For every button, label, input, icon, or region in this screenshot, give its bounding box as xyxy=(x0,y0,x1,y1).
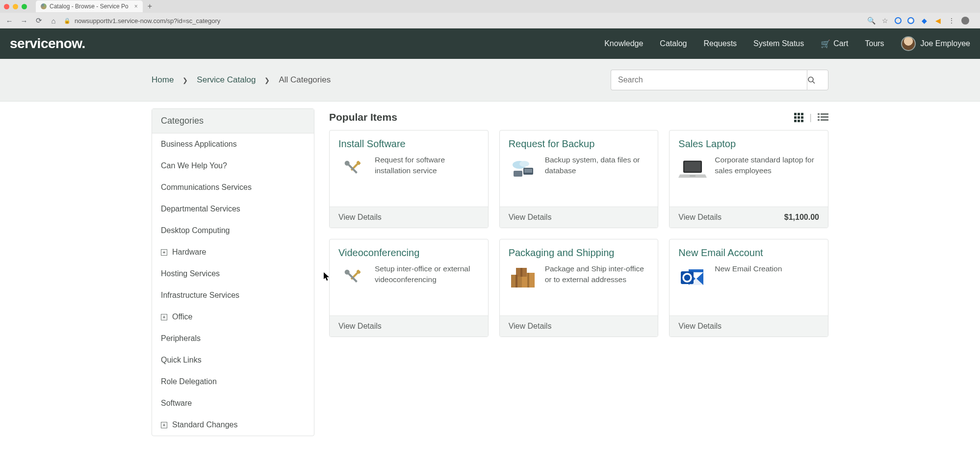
card-price: $1,100.00 xyxy=(784,213,819,222)
svg-rect-24 xyxy=(524,169,532,173)
address-bar[interactable]: 🔒 nowsupporttv1.service-now.com/sp?id=sc… xyxy=(64,17,220,25)
nav-tours[interactable]: Tours xyxy=(865,39,884,48)
logo[interactable]: servicenow. xyxy=(10,36,85,52)
minimize-window-icon[interactable] xyxy=(13,4,18,9)
profile-icon[interactable] xyxy=(961,17,969,25)
svg-rect-39 xyxy=(527,273,529,287)
category-item[interactable]: Software xyxy=(152,392,314,414)
card-footer[interactable]: View Details xyxy=(670,315,828,337)
lock-icon: 🔒 xyxy=(64,18,71,24)
extension-3-icon[interactable]: ◆ xyxy=(920,17,928,25)
forward-button[interactable]: → xyxy=(20,17,28,25)
nav-system-status[interactable]: System Status xyxy=(753,39,804,48)
card-title[interactable]: Install Software xyxy=(338,138,479,150)
extension-2-icon[interactable] xyxy=(907,17,914,24)
window-controls[interactable] xyxy=(4,4,27,9)
expand-icon[interactable]: + xyxy=(161,422,167,428)
category-item[interactable]: Hosting Services xyxy=(152,263,314,285)
category-label: Infrastructure Services xyxy=(161,291,239,300)
cards-grid: Install SoftwareRequest for software ins… xyxy=(329,130,828,337)
category-label: Hardware xyxy=(172,248,206,257)
category-item[interactable]: +Office xyxy=(152,306,314,328)
category-item[interactable]: Business Applications xyxy=(152,133,314,155)
category-item[interactable]: Peripherals xyxy=(152,328,314,349)
category-item[interactable]: +Standard Changes xyxy=(152,414,314,436)
browser-tab[interactable]: Catalog - Browse - Service Po × xyxy=(36,0,143,12)
list-icon xyxy=(818,113,828,122)
category-item[interactable]: Communications Services xyxy=(152,177,314,198)
card-icon xyxy=(678,263,707,292)
divider: | xyxy=(809,112,812,123)
reload-button[interactable]: ⟳ xyxy=(34,16,43,25)
search-icon xyxy=(807,76,815,84)
new-tab-button[interactable]: + xyxy=(148,2,152,11)
card-icon xyxy=(509,155,537,183)
view-details-label: View Details xyxy=(338,213,382,222)
svg-rect-8 xyxy=(794,120,797,122)
card-footer[interactable]: View Details xyxy=(500,207,658,228)
category-label: Desktop Computing xyxy=(161,226,230,235)
card-title[interactable]: Sales Laptop xyxy=(678,138,819,150)
user-name: Joe Employee xyxy=(921,39,970,48)
expand-icon[interactable]: + xyxy=(161,314,167,320)
star-icon[interactable]: ☆ xyxy=(881,17,889,25)
card-icon xyxy=(678,155,707,183)
card-footer[interactable]: View Details xyxy=(500,315,658,337)
grid-view-button[interactable] xyxy=(794,112,803,122)
zoom-icon[interactable]: 🔍 xyxy=(867,17,875,25)
category-label: Peripherals xyxy=(161,334,201,343)
user-menu[interactable]: Joe Employee xyxy=(901,36,970,51)
svg-rect-11 xyxy=(818,113,820,115)
nav-cart[interactable]: 🛒 Cart xyxy=(821,39,848,49)
expand-icon[interactable]: + xyxy=(161,249,167,256)
avatar-icon xyxy=(901,36,916,51)
home-button[interactable]: ⌂ xyxy=(49,17,58,25)
card-icon xyxy=(338,155,367,183)
menu-icon[interactable]: ⋮ xyxy=(948,17,955,25)
category-item[interactable]: +Hardware xyxy=(152,241,314,263)
sidebar-title: Categories xyxy=(152,109,314,133)
card-title[interactable]: Packaging and Shipping xyxy=(509,247,649,259)
tab-strip: Catalog - Browse - Service Po × + xyxy=(0,0,980,13)
back-button[interactable]: ← xyxy=(5,17,14,25)
category-item[interactable]: Role Delegation xyxy=(152,371,314,392)
svg-rect-6 xyxy=(798,116,800,119)
card-title[interactable]: Videoconferencing xyxy=(338,247,479,259)
card-description: Package and Ship inter-office or to exte… xyxy=(545,263,649,286)
svg-rect-14 xyxy=(821,116,828,118)
toolbar-right: 🔍 ☆ ◆ ◀ ⋮ xyxy=(867,17,975,25)
card-footer[interactable]: View Details xyxy=(330,207,488,228)
category-item[interactable]: Can We Help You? xyxy=(152,155,314,177)
search-button[interactable] xyxy=(807,70,828,90)
crumb-catalog[interactable]: Service Catalog xyxy=(197,75,256,85)
card-description: Request for software installation servic… xyxy=(375,155,479,177)
maximize-window-icon[interactable] xyxy=(22,4,27,9)
extension-4-icon[interactable]: ◀ xyxy=(934,17,942,25)
svg-rect-16 xyxy=(821,119,828,121)
card-footer[interactable]: View Details xyxy=(330,315,488,337)
card-footer[interactable]: View Details$1,100.00 xyxy=(670,207,828,228)
category-item[interactable]: Departmental Services xyxy=(152,198,314,220)
view-details-label: View Details xyxy=(678,322,722,331)
category-item[interactable]: Desktop Computing xyxy=(152,220,314,241)
category-label: Hosting Services xyxy=(161,269,220,278)
card-description: Corporate standard laptop for sales empl… xyxy=(715,155,819,177)
nav-knowledge[interactable]: Knowledge xyxy=(604,39,643,48)
items-area: Popular Items | Install SoftwareRequest … xyxy=(329,108,828,337)
svg-rect-13 xyxy=(818,116,820,118)
list-view-button[interactable] xyxy=(818,113,828,122)
tab-close-icon[interactable]: × xyxy=(134,3,138,10)
card-title[interactable]: Request for Backup xyxy=(509,138,649,150)
nav-requests[interactable]: Requests xyxy=(704,39,737,48)
card-title[interactable]: New Email Account xyxy=(678,247,819,259)
crumb-home[interactable]: Home xyxy=(152,75,174,85)
nav-catalog[interactable]: Catalog xyxy=(660,39,687,48)
search-box xyxy=(611,70,828,90)
chevron-right-icon: ❯ xyxy=(182,77,188,84)
category-item[interactable]: Quick Links xyxy=(152,349,314,371)
extension-1-icon[interactable] xyxy=(895,17,902,24)
close-window-icon[interactable] xyxy=(4,4,9,9)
search-input[interactable] xyxy=(611,70,807,90)
category-item[interactable]: Infrastructure Services xyxy=(152,285,314,306)
logo-text: servicenow. xyxy=(10,36,85,51)
